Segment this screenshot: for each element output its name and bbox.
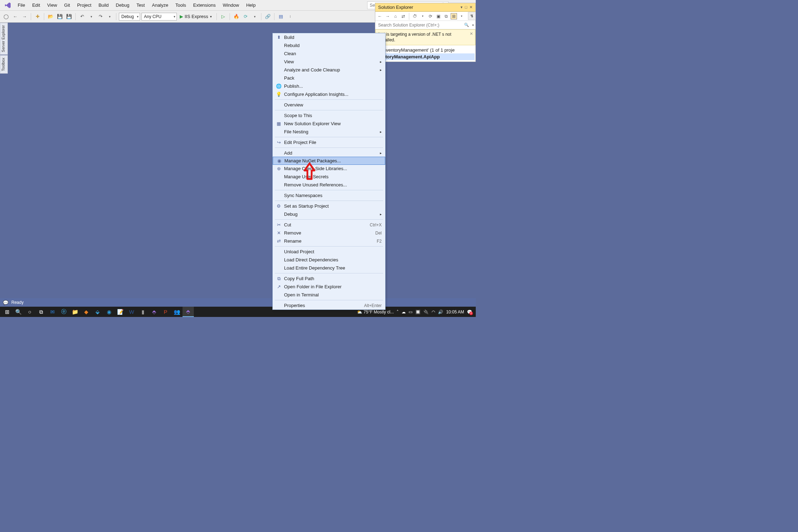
taskbar-vscode-icon[interactable]: ⬙ <box>92 307 103 317</box>
tray-notifications-icon[interactable]: 💬2 <box>467 310 472 314</box>
se-fwd-icon[interactable]: → <box>384 13 391 19</box>
tray-overflow-icon[interactable]: ˄ <box>397 310 399 314</box>
ctx-pack[interactable]: Pack <box>273 74 385 82</box>
panel-max-icon[interactable]: □ <box>465 5 467 10</box>
taskbar-vs-icon[interactable]: ⬘ <box>149 307 160 317</box>
taskbar-app1-icon[interactable]: ◆ <box>81 307 92 317</box>
menu-window[interactable]: Window <box>219 1 243 9</box>
ctx-manage-user-secrets[interactable]: Manage User Secrets <box>273 173 385 181</box>
ctx-set-as-startup-project[interactable]: ⚙Set as Startup Project <box>273 202 385 210</box>
tray-power-icon[interactable]: 🔌 <box>423 310 429 314</box>
side-tab-toolbox[interactable]: Toolbox <box>0 55 8 74</box>
ctx-rename[interactable]: ⇄RenameF2 <box>273 237 385 245</box>
ctx-load-entire-dependency-tree[interactable]: Load Entire Dependency Tree <box>273 264 385 272</box>
menu-build[interactable]: Build <box>95 1 112 9</box>
refresh-dd-icon[interactable]: ▾ <box>251 13 259 21</box>
redo-icon[interactable]: ↷ <box>97 13 104 21</box>
save-all-icon[interactable]: 💾 <box>65 13 73 21</box>
start-without-debug-icon[interactable]: ▷ <box>219 13 227 21</box>
tray-volume-icon[interactable]: 🔊 <box>438 310 443 314</box>
taskbar-search-icon[interactable]: 🔍 <box>13 307 24 317</box>
cortana-icon[interactable]: ○ <box>24 307 35 317</box>
tray-wifi-icon[interactable]: ◠ <box>432 310 435 314</box>
ctx-scope-to-this[interactable]: Scope to This <box>273 111 385 120</box>
new-project-icon[interactable]: ✚ <box>34 13 41 21</box>
menu-git[interactable]: Git <box>60 1 74 9</box>
menu-test[interactable]: Test <box>133 1 149 9</box>
se-sync-icon[interactable]: ⟳ <box>427 13 434 19</box>
menu-file[interactable]: File <box>14 1 29 9</box>
ctx-clean[interactable]: Clean <box>273 50 385 58</box>
taskbar-teams-icon[interactable]: 👥 <box>171 307 183 317</box>
taskbar-ppt-icon[interactable]: P <box>160 307 171 317</box>
doc-icon[interactable]: ▤ <box>277 13 285 21</box>
menu-help[interactable]: Help <box>243 1 259 9</box>
redo-dd-icon[interactable]: ▾ <box>106 13 114 21</box>
taskbar-edge-icon[interactable]: ⓔ <box>58 307 69 317</box>
ctx-publish[interactable]: 🌐Publish... <box>273 82 385 90</box>
refresh-icon[interactable]: ⟳ <box>242 13 249 21</box>
save-icon[interactable]: 💾 <box>56 13 64 21</box>
se-switch-icon[interactable]: ⇄ <box>400 13 406 19</box>
ctx-unload-project[interactable]: Unload Project <box>273 248 385 256</box>
se-preview-icon[interactable]: ⊞ <box>451 13 457 19</box>
ctx-edit-project-file[interactable]: ↪Edit Project File <box>273 138 385 146</box>
ctx-cut[interactable]: ✂CutCtrl+X <box>273 221 385 229</box>
se-search-dd-icon[interactable]: ▾ <box>472 23 474 27</box>
menu-debug[interactable]: Debug <box>112 1 133 9</box>
ctx-remove-unused-references[interactable]: Remove Unused References... <box>273 181 385 189</box>
taskbar-vs-active-icon[interactable]: ⬘ <box>183 307 194 317</box>
ctx-manage-client-side-libraries[interactable]: ⊕Manage Client-Side Libraries... <box>273 164 385 173</box>
menu-project[interactable]: Project <box>74 1 95 9</box>
taskbar-notepad-icon[interactable]: 📝 <box>115 307 126 317</box>
taskbar-explorer-icon[interactable]: 📁 <box>69 307 81 317</box>
undo-dd-icon[interactable]: ▾ <box>87 13 95 21</box>
tray-monitor-icon[interactable]: ▭ <box>409 310 412 314</box>
nav-back-icon[interactable]: ◯ <box>2 13 10 21</box>
overflow-icon[interactable]: ⁞ <box>286 13 294 21</box>
panel-close-icon[interactable]: ✕ <box>469 5 473 10</box>
hot-reload-icon[interactable]: 🔥 <box>232 13 240 21</box>
ctx-load-direct-dependencies[interactable]: Load Direct Dependencies <box>273 256 385 264</box>
right-side-clip-icon[interactable]: ↯ <box>468 12 476 20</box>
ctx-open-in-terminal[interactable]: Open in Terminal <box>273 291 385 299</box>
se-showall-icon[interactable]: ⧉ <box>443 13 449 19</box>
browser-link-icon[interactable]: 🔗 <box>264 13 272 21</box>
run-button[interactable]: ▶ IIS Express ▾ <box>178 13 214 21</box>
menu-extensions[interactable]: Extensions <box>190 1 219 9</box>
se-collapse-icon[interactable]: ▣ <box>435 13 441 19</box>
taskbar-edge2-icon[interactable]: ◉ <box>103 307 115 317</box>
menu-tools[interactable]: Tools <box>172 1 190 9</box>
ctx-copy-full-path[interactable]: ⧉Copy Full Path <box>273 274 385 283</box>
menu-edit[interactable]: Edit <box>29 1 44 9</box>
open-folder-icon[interactable]: 📂 <box>47 13 54 21</box>
ctx-build[interactable]: ⬍Build <box>273 33 385 41</box>
se-filter-icon[interactable]: ⏱ <box>412 13 418 19</box>
platform-combo[interactable]: Any CPU <box>141 13 177 21</box>
tree-solution-node[interactable]: n 'InventoryManagement' (1 of 1 proje <box>376 47 475 53</box>
nav-fwd-arrow-icon[interactable]: → <box>21 13 28 21</box>
taskbar-outlook-icon[interactable]: ✉ <box>47 307 58 317</box>
ctx-open-folder-in-file-explorer[interactable]: ↗Open Folder in File Explorer <box>273 283 385 291</box>
taskbar-word-icon[interactable]: W <box>126 307 137 317</box>
run-dd-icon[interactable]: ▾ <box>210 15 212 18</box>
status-feedback-icon[interactable]: 💬 <box>3 300 8 305</box>
weather-widget[interactable]: ⛅ 75°F Mostly cl... <box>357 310 394 314</box>
se-warning-close-icon[interactable]: ✕ <box>470 31 473 36</box>
panel-menu-icon[interactable]: ▾ <box>461 5 463 10</box>
taskview-icon[interactable]: ⧉ <box>35 307 47 317</box>
ctx-file-nesting[interactable]: File Nesting▸ <box>273 128 385 136</box>
ctx-properties[interactable]: PropertiesAlt+Enter <box>273 301 385 310</box>
ctx-configure-application-insights[interactable]: 💡Configure Application Insights... <box>273 90 385 98</box>
se-home-icon[interactable]: ⌂ <box>392 13 399 19</box>
tray-onedrive-icon[interactable]: ☁ <box>401 310 406 314</box>
ctx-sync-namespaces[interactable]: Sync Namespaces <box>273 191 385 200</box>
menu-view[interactable]: View <box>44 1 60 9</box>
tree-project-node[interactable]: ventoryManagement.ApiApp <box>376 53 475 60</box>
solution-explorer-titlebar[interactable]: Solution Explorer ▾ □ ✕ <box>375 3 475 12</box>
start-button[interactable]: ⊞ <box>1 307 13 317</box>
ctx-debug[interactable]: Debug▸ <box>273 210 385 218</box>
ctx-new-solution-explorer-view[interactable]: ▦New Solution Explorer View <box>273 120 385 128</box>
taskbar-terminal-icon[interactable]: ▮ <box>137 307 149 317</box>
menu-analyze[interactable]: Analyze <box>148 1 172 9</box>
